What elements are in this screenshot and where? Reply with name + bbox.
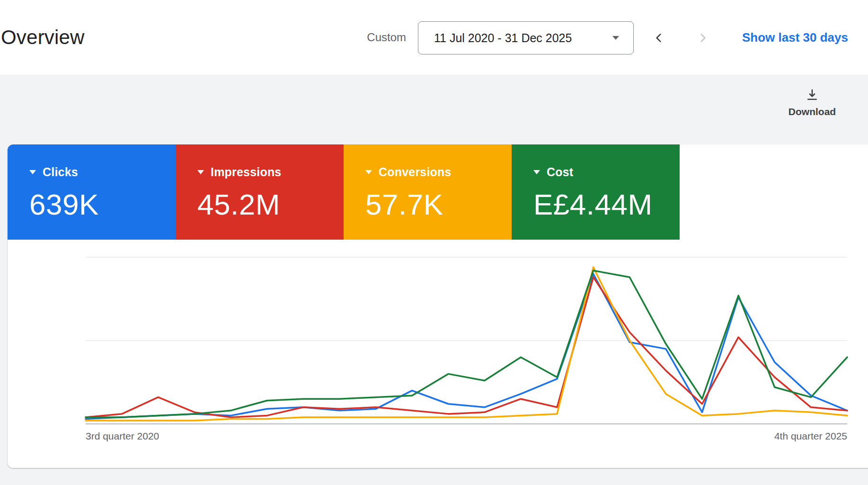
metric-tile-cost[interactable]: Cost E£4.44M: [512, 144, 680, 240]
metric-label: Impressions: [211, 165, 281, 179]
metric-value: E£4.44M: [533, 188, 680, 221]
x-axis-label-end: 4th quarter 2025: [774, 431, 847, 442]
metric-value: 57.7K: [365, 188, 512, 221]
metric-dropdown-icon: [29, 170, 36, 174]
performance-chart-area: 3rd quarter 2020 4th quarter 2025: [8, 240, 868, 468]
page-title: Overview: [1, 26, 85, 49]
metric-tile-impressions[interactable]: Impressions 45.2M: [176, 144, 344, 240]
previous-range-button[interactable]: [647, 27, 670, 49]
metric-tiles: Clicks 639K Impressions 45.2M Conversion…: [8, 144, 680, 240]
chevron-down-icon: [612, 36, 619, 40]
metric-label: Cost: [547, 165, 573, 179]
download-icon: [805, 88, 819, 102]
summary-card: Clicks 639K Impressions 45.2M Conversion…: [8, 144, 868, 468]
date-mode-label: Custom: [349, 31, 406, 44]
metric-label: Conversions: [379, 165, 452, 179]
metric-tile-conversions[interactable]: Conversions 57.7K: [344, 144, 512, 240]
metric-value: 639K: [29, 188, 176, 221]
date-range-picker[interactable]: 11 Jul 2020 - 31 Dec 2025: [418, 21, 634, 54]
google-ads-overview-page: Overview Custom 11 Jul 2020 - 31 Dec 202…: [0, 0, 868, 485]
chevron-left-icon: [653, 32, 665, 44]
next-range-button[interactable]: [691, 27, 714, 49]
x-axis-label-start: 3rd quarter 2020: [86, 431, 159, 442]
chevron-right-icon: [697, 32, 709, 44]
overview-chart: [86, 257, 847, 424]
date-range-value: 11 Jul 2020 - 31 Dec 2025: [434, 31, 612, 45]
show-last-30-days-link[interactable]: Show last 30 days: [742, 30, 848, 45]
metric-value: 45.2M: [197, 188, 344, 221]
download-label: Download: [788, 106, 836, 117]
metric-dropdown-icon: [197, 170, 204, 174]
metric-dropdown-icon: [533, 170, 540, 174]
download-button[interactable]: Download: [779, 88, 845, 117]
metric-tile-clicks[interactable]: Clicks 639K: [8, 144, 176, 240]
metric-dropdown-icon: [365, 170, 372, 174]
metric-label: Clicks: [43, 165, 78, 179]
header: Overview Custom 11 Jul 2020 - 31 Dec 202…: [0, 0, 868, 75]
